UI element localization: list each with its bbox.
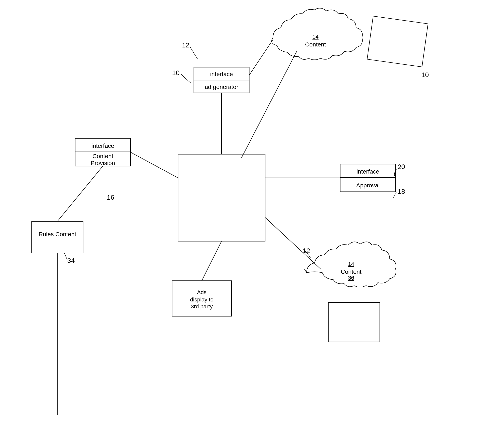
ref-18: 18	[398, 188, 405, 195]
top-right-device-box	[367, 16, 428, 67]
line-cloud-top-to-adgen	[249, 39, 273, 75]
ref-16: 16	[107, 194, 114, 201]
ad-generator-label: ad generator	[205, 84, 238, 90]
content-provision-interface-label: interface	[91, 143, 114, 149]
diagram-container: interface ad generator interface Content…	[0, 0, 504, 439]
approval-label: Approval	[356, 182, 379, 189]
ref-34: 34	[67, 257, 75, 264]
ad-generator-interface-label: interface	[210, 71, 233, 77]
cloud-bottom-ref: 14	[348, 261, 354, 267]
rules-content-label1: Rules Content	[38, 231, 76, 237]
ref-18-arrow	[394, 193, 397, 198]
ref-12-arrow	[190, 47, 198, 59]
line-central-to-ads	[202, 241, 222, 281]
ref-36: 36	[348, 275, 354, 281]
ref-34-arrow	[64, 253, 67, 259]
ads-display-label2: display to	[190, 296, 214, 303]
content-provision-label2: Provision	[91, 160, 115, 166]
ads-display-label3: 3rd party	[191, 304, 213, 310]
cloud-top-ref: 14	[312, 34, 318, 40]
line-central-to-cloud-bottom	[265, 218, 320, 269]
content-provision-label1: Content	[92, 153, 113, 159]
ref-10-device: 10	[421, 71, 429, 78]
bottom-right-device-box	[328, 302, 380, 342]
content-cloud-top: 14 Content	[272, 8, 362, 60]
line-cp-to-rules	[57, 166, 103, 221]
ref-10-arrow	[181, 74, 191, 83]
ref-10-adgen: 10	[172, 69, 180, 76]
ref-12-adgen: 12	[182, 41, 189, 49]
diagram-svg: interface ad generator interface Content…	[0, 0, 504, 439]
central-box	[178, 154, 265, 241]
cloud-top-label: Content	[305, 41, 326, 48]
line-cloud-top-to-central	[241, 51, 297, 158]
ref-12-cloud-bottom: 12	[303, 247, 310, 254]
cloud-bottom-label: Content	[340, 268, 362, 275]
approval-interface-label: interface	[356, 168, 379, 175]
ref-20: 20	[398, 163, 405, 170]
line-content-provision-to-central	[131, 152, 178, 178]
ads-display-label1: Ads	[197, 289, 206, 295]
